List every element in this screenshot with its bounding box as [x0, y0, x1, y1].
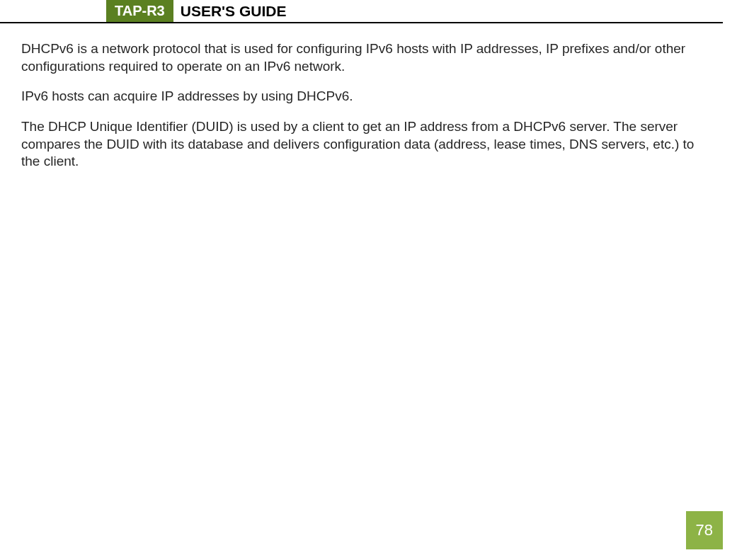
paragraph-1: DHCPv6 is a network protocol that is use…	[21, 40, 716, 75]
page-number: 78	[686, 511, 723, 549]
product-badge: TAP-R3	[106, 0, 173, 22]
paragraph-3: The DHCP Unique Identifier (DUID) is use…	[21, 118, 716, 171]
body-content: DHCPv6 is a network protocol that is use…	[0, 23, 737, 171]
document-title: USER'S GUIDE	[173, 1, 287, 21]
paragraph-2: IPv6 hosts can acquire IP addresses by u…	[21, 88, 716, 105]
page-header: TAP-R3 USER'S GUIDE	[0, 0, 723, 23]
